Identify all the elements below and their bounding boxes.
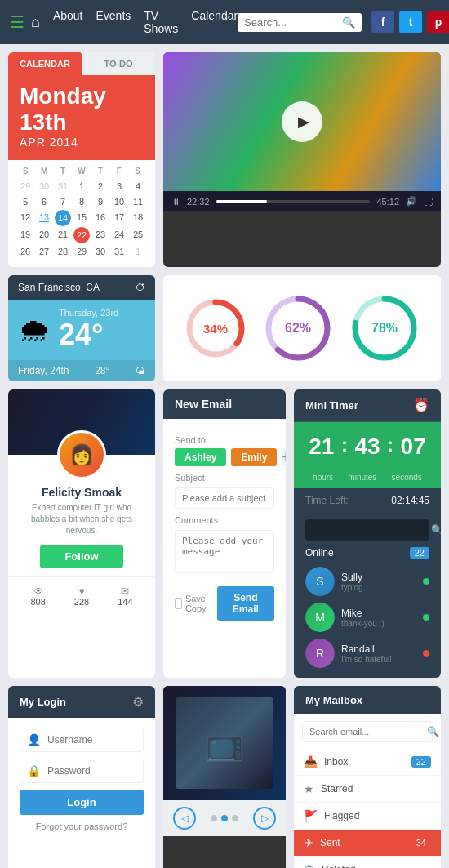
fullscreen-icon[interactable]: ⛶ <box>424 197 433 207</box>
weather-temp: 24° <box>59 318 118 352</box>
social-links: f t p <box>371 11 449 33</box>
forgot-password-link[interactable]: Forgot your password? <box>20 821 144 831</box>
sully-status-dot <box>423 578 429 585</box>
weather-clock-icon: ⏱ <box>136 282 145 293</box>
password-field: 🔒 <box>20 759 144 783</box>
weather-next-day: Friday, 24th <box>18 365 69 376</box>
trash-icon: 🗑 <box>304 863 315 868</box>
mailbox-search-input[interactable] <box>309 727 422 737</box>
online-section: 🔍 Online 22 S Sully typing... <box>294 513 441 678</box>
sent-icon: ✈ <box>304 836 313 849</box>
online-count: 22 <box>410 547 429 559</box>
nav-about[interactable]: About <box>53 9 83 35</box>
recipient-emily[interactable]: Emily <box>231 448 277 466</box>
follow-button[interactable]: Follow <box>40 545 122 568</box>
volume-icon[interactable]: 🔊 <box>406 196 417 207</box>
online-user-mike: M Mike thank-you :) <box>305 599 429 635</box>
unit-seconds: seconds <box>392 473 422 482</box>
video-widget: ⏸ 22:32 45:12 🔊 ⛶ <box>163 52 441 267</box>
username-input[interactable] <box>47 734 155 746</box>
mike-status-dot <box>423 614 429 621</box>
gauge-circle-3: 78% <box>348 292 421 365</box>
sent-label: Sent <box>320 837 405 848</box>
nav-tvshows[interactable]: TV Shows <box>144 9 178 35</box>
login-widget: My Login ⚙ 👤 🔒 Login Forgot your passwor… <box>8 686 155 868</box>
twitter-button[interactable]: t <box>399 11 422 33</box>
online-search-icon: 🔍 <box>431 524 441 536</box>
inbox-badge: 22 <box>411 756 431 768</box>
weather-location: San Francisco, CA <box>18 282 100 293</box>
mailbox-item-deleted[interactable]: 🗑 Deleted <box>294 857 441 868</box>
dot-1[interactable] <box>211 815 217 821</box>
tab-calendar[interactable]: CALENDAR <box>8 52 82 75</box>
video-time-total: 45:12 <box>376 197 399 207</box>
dot-3[interactable] <box>232 815 238 821</box>
deleted-label: Deleted <box>322 864 431 868</box>
row-3: 👩 Felicity Smoak Expert computer IT girl… <box>8 389 441 678</box>
inbox-label: Inbox <box>324 756 405 768</box>
comments-input[interactable] <box>175 530 274 573</box>
stat-views: 👁 808 <box>30 585 45 607</box>
heart-icon: ♥ <box>78 585 84 597</box>
timer-time-left: Time Left: 02:14:45 <box>294 488 441 513</box>
login-gear-icon[interactable]: ⚙ <box>132 694 144 710</box>
dot-2[interactable] <box>221 815 228 821</box>
home-icon[interactable]: ⌂ <box>31 14 40 31</box>
views-icon: 👁 <box>33 585 43 597</box>
gauge-circle-1: 34% <box>183 296 248 361</box>
timer-sep-1: : <box>341 434 348 456</box>
recipient-ashley[interactable]: Ashley <box>175 448 226 466</box>
messages-value: 144 <box>118 597 132 607</box>
weather-widget: San Francisco, CA ⏱ 🌧 Thursday, 23rd 24°… <box>8 275 155 381</box>
play-button[interactable] <box>282 101 322 142</box>
online-search-input[interactable] <box>313 525 426 535</box>
subject-input[interactable] <box>175 487 274 509</box>
likes-value: 228 <box>74 597 89 607</box>
mailbox-item-flagged[interactable]: 🚩 Flagged <box>294 803 441 830</box>
show-widget: 📺 ◁ ▷ <box>163 686 286 868</box>
pinterest-button[interactable]: p <box>427 11 449 33</box>
mailbox-item-sent[interactable]: ✈ Sent 34 <box>294 830 441 857</box>
weather-next-temp: 28° <box>95 365 109 376</box>
timer-widget: Mini Timer ⏰ 21 : 43 : 07 hours minutes … <box>294 389 441 678</box>
profile-widget: 👩 Felicity Smoak Expert computer IT girl… <box>8 389 155 678</box>
avatar-randall: R <box>305 639 335 668</box>
sent-badge: 34 <box>411 837 431 848</box>
video-progress-bar[interactable] <box>216 200 371 203</box>
search-input[interactable] <box>244 16 342 29</box>
login-body: 👤 🔒 Login Forgot your password? <box>8 718 155 841</box>
show-prev-button[interactable]: ◁ <box>173 807 196 830</box>
menu-icon[interactable]: ☰ <box>10 12 24 32</box>
tab-todo[interactable]: TO-DO <box>82 52 155 75</box>
main-content: CALENDAR TO-DO Monday 13th APR 2014 SMTW… <box>0 44 449 868</box>
alarm-icon[interactable]: ⏰ <box>413 398 429 413</box>
login-button[interactable]: Login <box>20 790 144 815</box>
mailbox-item-starred[interactable]: ★ Starred <box>294 776 441 803</box>
avatar-mike: M <box>305 603 335 632</box>
password-input[interactable] <box>47 765 155 777</box>
mailbox-item-inbox[interactable]: 📥 Inbox 22 <box>294 749 441 776</box>
profile-avatar-container: 👩 Felicity Smoak Expert computer IT girl… <box>8 430 155 576</box>
nav-events[interactable]: Events <box>96 9 131 35</box>
show-next-button[interactable]: ▷ <box>253 807 276 830</box>
username-field: 👤 <box>20 728 144 752</box>
add-recipient-button[interactable]: + <box>282 448 286 466</box>
facebook-button[interactable]: f <box>371 11 394 33</box>
pause-icon[interactable]: ⏸ <box>171 197 180 207</box>
sully-name: Sully <box>341 572 416 583</box>
time-left-value: 02:14:45 <box>391 495 429 506</box>
gauge-2: 62% <box>261 292 335 365</box>
nav-calendar[interactable]: Calendar <box>191 9 238 35</box>
mailbox-search-icon: 🔍 <box>427 726 439 737</box>
send-email-button[interactable]: Send Email <box>217 586 274 621</box>
online-search-box: 🔍 <box>305 519 429 541</box>
message-icon: ✉ <box>121 585 129 597</box>
profile-name: Felicity Smoak <box>42 486 122 499</box>
search-box[interactable]: 🔍 <box>238 13 362 32</box>
gauge-3: 78% <box>348 292 421 365</box>
email-recipients: Ashley Emily + <box>175 448 274 466</box>
gauge-2-value: 62% <box>285 321 311 336</box>
timer-title: Mini Timer <box>305 399 358 412</box>
weather-info: Thursday, 23rd 24° <box>59 308 118 352</box>
save-copy-checkbox[interactable]: Save Copy <box>175 594 211 613</box>
